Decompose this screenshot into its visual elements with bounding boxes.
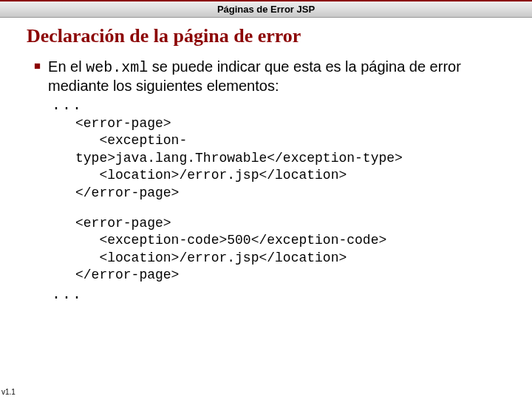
code-block-1: <error-page> <exception- type>java.lang.…	[75, 115, 510, 202]
code-block-2: <error-page> <exception-code>500</except…	[75, 215, 510, 284]
version-label: v1.1	[1, 388, 16, 396]
bullet-text: En el web.xml se puede indicar que esta …	[48, 58, 510, 95]
bullet-prefix: En el	[48, 58, 86, 75]
header-title: Páginas de Error JSP	[217, 4, 315, 15]
ellipsis-top: ...	[52, 97, 510, 114]
inline-code: web.xml	[86, 59, 148, 76]
bullet-marker-icon: ■	[34, 59, 41, 72]
header-bar: Páginas de Error JSP	[0, 0, 532, 18]
content-area: ■ En el web.xml se puede indicar que est…	[34, 58, 510, 303]
slide-title: Declaración de la página de error	[27, 25, 532, 47]
ellipsis-bottom: ...	[52, 286, 510, 303]
bullet-item: ■ En el web.xml se puede indicar que est…	[34, 58, 510, 95]
